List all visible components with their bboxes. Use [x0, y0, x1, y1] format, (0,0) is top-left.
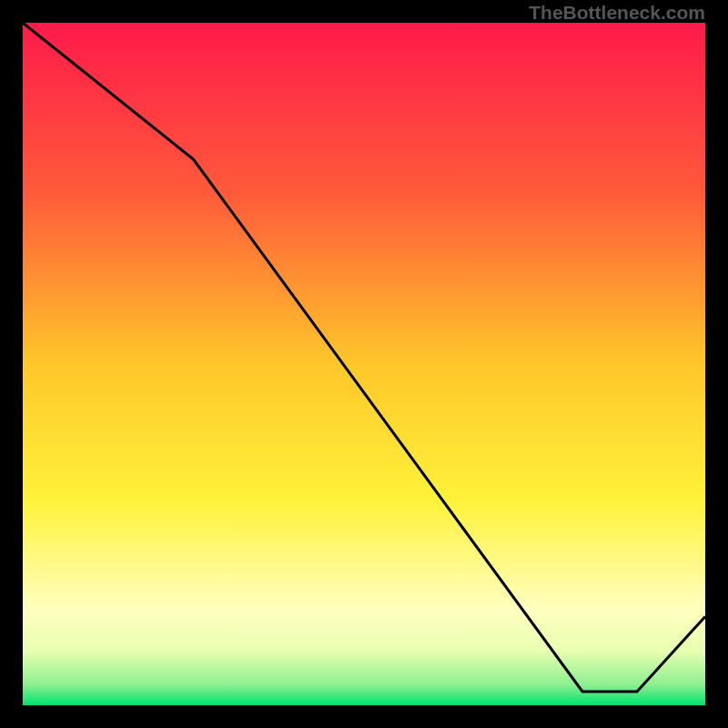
gradient-background — [23, 23, 705, 705]
bottleneck-chart — [23, 23, 705, 705]
chart-area — [23, 23, 705, 705]
watermark-text: TheBottleneck.com — [529, 2, 705, 24]
